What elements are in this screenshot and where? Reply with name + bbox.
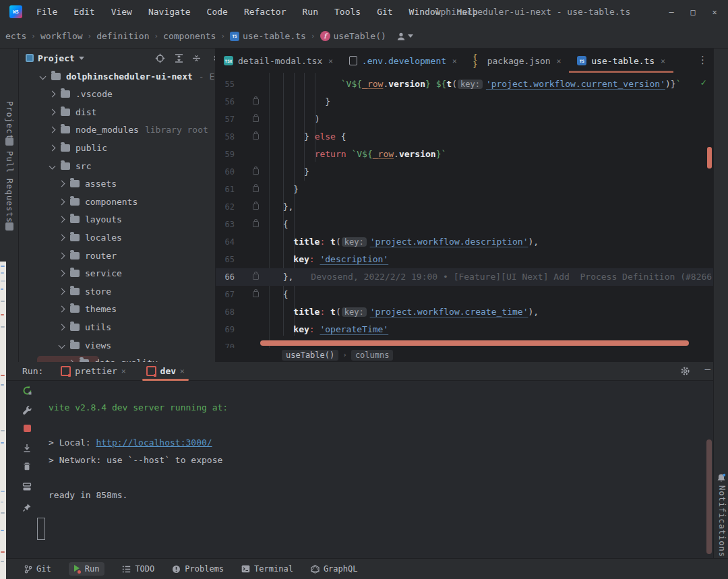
chevron-collapsed-icon[interactable] [49, 91, 56, 98]
webstorm-logo-icon[interactable]: WS [9, 5, 22, 18]
menu-file[interactable]: File [28, 0, 65, 24]
editor-tab-detail-modal-tsx[interactable]: TSXdetail-modal.tsx✕ [216, 49, 341, 73]
tree-item-data-quality[interactable]: data-quality [19, 355, 216, 362]
run-tab-prettier[interactable]: prettier✕ [55, 362, 131, 380]
project-panel-title[interactable]: Project [26, 53, 84, 63]
chevron-collapsed-icon[interactable] [59, 216, 65, 223]
stripe-button-pull-requests[interactable]: Pull Requests [5, 151, 14, 223]
code-line-67[interactable]: 67 { [216, 286, 728, 303]
code-line-61[interactable]: 61 } [216, 181, 728, 198]
tree-item-service[interactable]: service [19, 265, 216, 282]
menu-git[interactable]: Git [369, 0, 400, 24]
code-line-57[interactable]: 57 ) [216, 111, 728, 128]
code-line-66[interactable]: 66 },Devosend, 2022/2/2 19:00 • [Feature… [216, 268, 728, 286]
tree-item-public[interactable]: public [19, 139, 216, 156]
tree-item-router[interactable]: router [19, 247, 216, 264]
code-line-59[interactable]: 59 return `V${_row.version}` [216, 146, 728, 163]
editor-tab-package-json[interactable]: { }package.json✕ [465, 49, 570, 73]
status-item-graphql[interactable]: GraphQL [311, 564, 358, 574]
code-line-62[interactable]: 62 }, [216, 198, 728, 216]
run-tab-dev[interactable]: dev✕ [141, 362, 190, 380]
tree-item-utils[interactable]: utils [19, 318, 216, 336]
status-item-todo[interactable]: TODO [122, 564, 154, 574]
close-tab-icon[interactable]: ✕ [452, 57, 457, 65]
rerun-console-icon[interactable] [21, 384, 33, 396]
code-line-55[interactable]: 55 `V${_row.version} ${t(key:'project.wo… [216, 75, 728, 93]
chevron-collapsed-icon[interactable] [49, 144, 56, 151]
chevron-collapsed-icon[interactable] [59, 252, 65, 259]
notifications-bell-icon[interactable] [717, 473, 726, 483]
stripe-button-notifications[interactable]: Notifications [717, 485, 727, 557]
chevron-collapsed-icon[interactable] [59, 288, 65, 295]
chevron-expanded-icon[interactable] [49, 162, 56, 169]
code-line-56[interactable]: 56 } [216, 93, 728, 111]
chevron-expanded-icon[interactable] [59, 342, 65, 348]
tree-item-node-modules[interactable]: node_moduleslibrary root [19, 121, 216, 139]
chevron-collapsed-icon[interactable] [59, 181, 65, 187]
code-line-65[interactable]: 65 key: 'description' [216, 251, 728, 268]
tree-item--vscode[interactable]: .vscode [19, 86, 216, 103]
tab-options-icon[interactable]: ⋮ [698, 54, 708, 66]
close-tab-icon[interactable]: ✕ [180, 367, 185, 375]
tree-item-dolphinscheduler-ui-next[interactable]: dolphinscheduler-ui-next- E:\proje [19, 67, 216, 85]
tree-item-src[interactable]: src [19, 157, 216, 175]
code-line-60[interactable]: 60 } [216, 163, 728, 181]
status-item-run[interactable]: Run [69, 562, 105, 576]
expand-all-icon[interactable] [174, 53, 185, 64]
close-tab-icon[interactable]: ✕ [328, 57, 333, 65]
menu-edit[interactable]: Edit [65, 0, 102, 24]
menu-navigate[interactable]: Navigate [140, 0, 199, 24]
breadcrumb-symbol[interactable]: fuseTable() [320, 31, 386, 41]
tree-item-layouts[interactable]: layouts [19, 211, 216, 228]
run-settings-gear-icon[interactable] [680, 366, 690, 376]
clear-trash-icon[interactable] [21, 460, 33, 473]
menu-code[interactable]: Code [199, 0, 236, 24]
split-view-icon[interactable] [21, 481, 33, 493]
collapse-all-icon[interactable] [191, 53, 202, 64]
code-line-58[interactable]: 58 } else { [216, 128, 728, 146]
menu-view[interactable]: View [103, 0, 140, 24]
status-item-problems[interactable]: Problems [172, 564, 224, 574]
chevron-collapsed-icon[interactable] [59, 270, 65, 277]
chevron-expanded-icon[interactable] [40, 73, 47, 80]
editor-tab--env-development[interactable]: .env.development✕ [341, 49, 465, 73]
editor-tab-use-table-ts[interactable]: TSuse-table.ts✕ [569, 49, 673, 73]
chevron-collapsed-icon[interactable] [49, 127, 56, 133]
breadcrumb-file[interactable]: TSuse-table.ts [230, 31, 306, 41]
tree-item-views[interactable]: views [19, 336, 216, 354]
run-minimize-icon[interactable]: — [705, 363, 710, 374]
close-button[interactable]: ✕ [705, 3, 724, 22]
stripe-button-project[interactable]: Project [5, 101, 14, 140]
console-scrollbar[interactable] [706, 439, 712, 554]
chevron-collapsed-icon[interactable] [59, 234, 65, 241]
close-tab-icon[interactable]: ✕ [661, 57, 665, 65]
breadcrumb-item[interactable]: workflow [40, 31, 83, 41]
chevron-collapsed-icon[interactable] [59, 324, 65, 330]
breadcrumb-item[interactable]: components [163, 31, 216, 41]
pin-icon[interactable] [21, 501, 33, 514]
chevron-collapsed-icon[interactable] [59, 306, 65, 313]
tree-item-dist[interactable]: dist [19, 103, 216, 121]
code-line-64[interactable]: 64 title: t(key:'project.workflow.descri… [216, 233, 728, 251]
locate-file-icon[interactable] [155, 53, 166, 64]
localhost-link[interactable]: http://localhost:3000/ [96, 437, 212, 448]
tree-item-locales[interactable]: locales [19, 228, 216, 246]
menu-run[interactable]: Run [295, 0, 326, 24]
editor-breadcrumb-0[interactable]: useTable() [282, 350, 338, 361]
menu-refactor[interactable]: Refactor [236, 0, 295, 24]
wrench-settings-icon[interactable] [21, 404, 33, 416]
code-author-widget[interactable] [396, 32, 413, 41]
maximize-button[interactable]: □ [684, 3, 702, 22]
tree-item-store[interactable]: store [19, 282, 216, 300]
close-tab-icon[interactable]: ✕ [557, 57, 562, 65]
menu-tools[interactable]: Tools [326, 0, 369, 24]
scroll-to-end-icon[interactable] [21, 442, 33, 454]
tree-item-assets[interactable]: assets [19, 175, 216, 193]
breadcrumb-item[interactable]: ects [5, 31, 26, 41]
tree-item-components[interactable]: components [19, 193, 216, 210]
chevron-collapsed-icon[interactable] [59, 198, 65, 205]
code-line-69[interactable]: 69 key: 'operateTime' [216, 321, 728, 338]
stop-console-icon[interactable] [21, 422, 33, 434]
chevron-collapsed-icon[interactable] [49, 109, 56, 115]
code-line-68[interactable]: 68 title: t(key:'project.workflow.create… [216, 303, 728, 321]
